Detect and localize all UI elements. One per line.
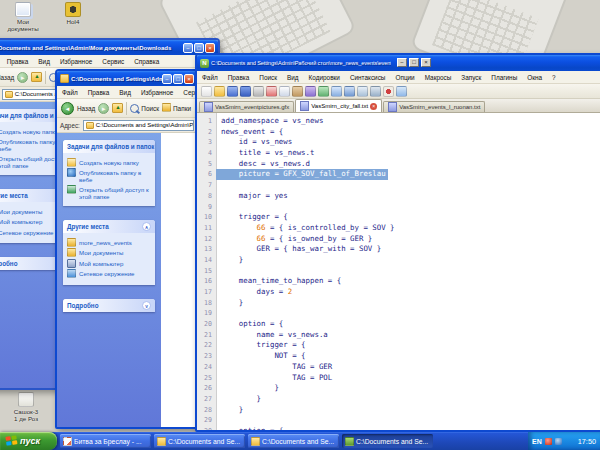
code-editor[interactable]: 1add_namespace = vs_news 2news_event = {… [197,113,600,432]
minimize-button[interactable] [183,43,193,53]
menu-item[interactable]: Синтаксисы [345,74,391,81]
tray-icon[interactable] [555,438,562,445]
menu-item[interactable]: Поиск [254,74,282,81]
task-link[interactable]: Опубликовать папку в вебе [67,169,151,183]
menu-item[interactable]: Файл [197,74,223,81]
document-tab[interactable]: VasSmirn_eventpictures.gfx [199,101,294,112]
maximize-button[interactable] [194,43,204,53]
desktop-icon[interactable]: HoI4 [52,2,94,32]
open-file-icon[interactable] [214,86,225,97]
address-input[interactable]: C:\Documents and Settings\Admin\Рабочий … [83,120,194,131]
record-macro-icon[interactable] [383,86,394,97]
undo-icon[interactable] [305,86,316,97]
paste-icon[interactable] [292,86,303,97]
places-pane-header[interactable]: Другие места [63,220,155,233]
menu-item[interactable]: Вид [33,58,55,65]
menu-item[interactable]: Избранное [136,89,178,96]
details-pane-header[interactable]: Подробно [63,299,155,312]
tray-icon[interactable] [545,438,552,445]
collapse-chevron-icon[interactable] [142,222,151,231]
desktop-file-icon[interactable]: Сашок-3 1 де Роз [3,392,49,422]
explorer-toolbar: Назад Поиск Папки [57,99,197,118]
folders-button[interactable]: Папки [162,104,191,112]
desktop-icon-label: Мои документы [2,18,44,32]
close-button[interactable] [421,58,431,67]
place-link[interactable]: Мой компьютер [67,260,151,268]
taskbar-button[interactable]: Битва за Бреслау - ... [60,434,151,448]
file-list[interactable] [161,133,197,429]
search-button[interactable]: Поиск [130,104,159,113]
menu-item[interactable]: Опции [390,74,419,81]
code-line: 10 trigger = { [197,209,600,220]
title-bar[interactable]: C:\Documents and Settings\Admin\Рабочий … [57,71,197,86]
back-label[interactable]: Назад [0,74,14,81]
code-line: 4 title = vs_news.t [197,145,600,156]
menu-bar: ФайлПравкаПоискВидКодировкиСинтаксисыОпц… [197,71,600,84]
collapse-chevron-icon[interactable] [154,142,155,151]
title-bar[interactable]: C:\Documents and Settings\Admin\Мои доку… [0,40,218,55]
find-icon[interactable] [331,86,342,97]
save-icon[interactable] [227,86,238,97]
code-line: 18 } [197,295,600,306]
document-tab[interactable]: VasSmirn_events_l_ruonan.txt [383,101,485,112]
taskbar-button[interactable]: C:\Documents and Se... [154,434,245,448]
menu-item[interactable]: Макросы [420,74,457,81]
cut-icon[interactable] [266,86,277,97]
new-file-icon[interactable] [201,86,212,97]
up-button[interactable] [112,103,123,113]
menu-item[interactable]: Окна [522,74,547,81]
back-button[interactable] [61,102,74,115]
place-link[interactable]: more_news_events [67,239,151,247]
menu-item[interactable]: Правка [2,58,34,65]
zoom-out-icon[interactable] [370,86,381,97]
documents-icon [15,2,31,17]
title-bar[interactable]: C:\Documents and Settings\Admin\Рабочий … [197,55,600,71]
code-line: 1add_namespace = vs_news [197,113,600,124]
expand-chevron-icon[interactable] [142,301,151,310]
redo-icon[interactable] [318,86,329,97]
place-link[interactable]: Сетевое окружение [67,270,151,278]
desktop-icon[interactable]: Мои документы [2,2,44,32]
task-link[interactable]: Создать новую папку [67,159,151,167]
maximize-button[interactable] [173,74,183,84]
taskbar-button[interactable]: C:\Documents and Se... [248,434,339,448]
play-macro-icon[interactable] [396,86,407,97]
back-label[interactable]: Назад [77,105,95,112]
start-button[interactable]: пуск [0,432,57,450]
close-button[interactable] [205,43,215,53]
replace-icon[interactable] [344,86,355,97]
language-indicator[interactable]: EN [532,438,542,445]
copy-icon[interactable] [279,86,290,97]
menu-item[interactable]: ? [547,74,561,81]
forward-button[interactable] [17,72,28,83]
page-icon [63,437,72,446]
menu-item[interactable]: Запуск [456,74,486,81]
minimize-button[interactable] [162,74,172,84]
maximize-button[interactable] [409,58,419,67]
zoom-in-icon[interactable] [357,86,368,97]
search-icon [130,104,139,113]
up-button[interactable] [31,72,42,82]
menu-item[interactable]: Плагины [486,74,522,81]
menu-item[interactable]: Вид [114,89,136,96]
print-icon[interactable] [253,86,264,97]
save-all-icon[interactable] [240,86,251,97]
menu-item[interactable]: Кодировки [304,74,345,81]
menu-item[interactable]: Правка [83,89,115,96]
menu-item[interactable]: Правка [223,74,255,81]
tab-close-button[interactable] [370,103,377,110]
task-link[interactable]: Открыть общий доступ к этой папке [67,186,151,200]
menu-item[interactable]: Сервис [97,58,129,65]
code-line: 28 } [197,402,600,413]
forward-button[interactable] [98,103,109,114]
menu-item[interactable]: Избранное [55,58,97,65]
close-button[interactable] [184,74,194,84]
menu-item[interactable]: Справка [129,58,164,65]
document-tab[interactable]: VasSmirn_city_fall.txt [295,99,382,112]
taskbar-button[interactable]: C:\Documents and Se... [342,434,433,448]
place-link[interactable]: Мои документы [67,249,151,257]
minimize-button[interactable] [397,58,407,67]
menu-item[interactable]: Файл [57,89,83,96]
menu-item[interactable]: Вид [282,74,304,81]
tasks-pane-header[interactable]: Задачи для файлов и папок [63,140,155,153]
